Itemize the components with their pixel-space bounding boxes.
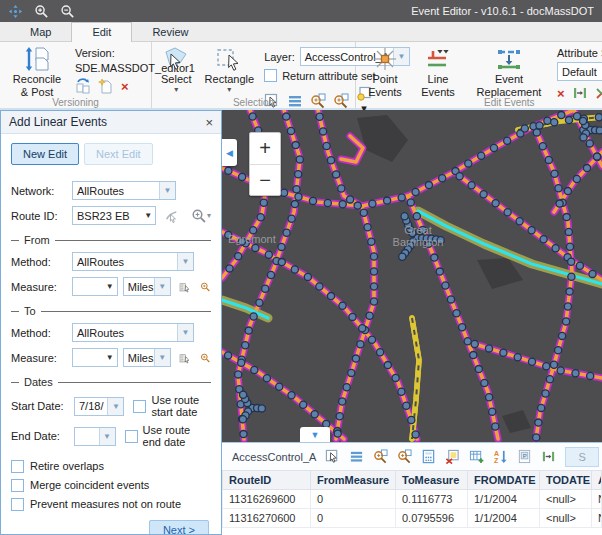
map-event-point[interactable] [566, 288, 573, 295]
map-event-point[interactable] [398, 194, 405, 201]
map-event-point[interactable] [399, 253, 406, 260]
use-route-start-date-checkbox[interactable] [133, 400, 146, 413]
table-add-record-icon[interactable] [469, 449, 484, 464]
map-event-point[interactable] [589, 270, 596, 277]
route-id-select[interactable]: BSR23 EB ▼ [72, 206, 156, 225]
column-header[interactable]: RouteID [223, 471, 311, 490]
rectangle-button[interactable]: Rectangle ▾ [202, 45, 258, 94]
map-event-point[interactable] [250, 313, 257, 320]
merge-coincident-events-checkbox[interactable] [11, 479, 24, 492]
map-event-point[interactable] [334, 430, 341, 437]
map-event-point[interactable] [251, 366, 258, 373]
map-event-point[interactable] [521, 125, 528, 132]
collapse-panel-button[interactable]: ◀ [222, 139, 237, 166]
map-event-point[interactable] [408, 416, 415, 423]
map-event-point[interactable] [339, 201, 346, 208]
map-event-point[interactable] [267, 271, 274, 278]
new-version-icon[interactable] [98, 78, 114, 94]
map-event-point[interactable] [278, 243, 285, 250]
map-event-point[interactable] [226, 265, 233, 272]
map-event-point[interactable] [339, 302, 346, 309]
map-event-point[interactable] [568, 258, 575, 265]
map-event-point[interactable] [465, 160, 472, 167]
map-event-point[interactable] [235, 371, 242, 378]
map-zoom-out-button[interactable]: − [250, 164, 280, 195]
to-method-select[interactable]: AllRoutes ▼ [72, 323, 194, 342]
map-event-point[interactable] [339, 398, 346, 405]
tab-edit[interactable]: Edit [71, 22, 132, 42]
map-event-point[interactable] [468, 182, 475, 189]
map-event-point[interactable] [295, 171, 302, 178]
retire-overlaps-checkbox[interactable] [11, 460, 24, 473]
map-event-point[interactable] [239, 173, 246, 180]
map-event-point[interactable] [596, 127, 602, 134]
map-event-point[interactable] [295, 193, 302, 200]
map-event-point[interactable] [348, 369, 355, 376]
table-show-records-icon[interactable] [349, 449, 364, 464]
table-calculate-icon[interactable] [421, 449, 436, 464]
map-event-point[interactable] [352, 355, 359, 362]
map-event-point[interactable] [566, 243, 573, 250]
map-event-point[interactable] [572, 370, 579, 377]
column-header[interactable]: TODATE [540, 471, 592, 490]
map-event-point[interactable] [576, 262, 583, 269]
map-event-point[interactable] [540, 236, 547, 243]
map-event-point[interactable] [586, 140, 593, 147]
map-event-point[interactable] [281, 189, 288, 196]
select-route-on-map-icon[interactable] [165, 208, 178, 224]
map-event-point[interactable] [292, 142, 299, 149]
map-event-point[interactable] [480, 191, 487, 198]
attribute-set-select[interactable]: Default ▼ [557, 62, 602, 81]
map-event-point[interactable] [384, 197, 391, 204]
to-measure-input[interactable]: ▼ [72, 348, 118, 367]
map-event-point[interactable] [500, 349, 507, 356]
map-event-point[interactable] [291, 201, 298, 208]
table-row[interactable]: 1131627060000.07955961/1/2004<null>N [223, 509, 602, 528]
map-event-point[interactable] [293, 186, 300, 193]
table-select-icon[interactable] [325, 449, 340, 464]
map-event-point[interactable] [504, 137, 511, 144]
map-event-point[interactable] [327, 157, 334, 164]
map-event-point[interactable] [320, 128, 327, 135]
map-event-point[interactable] [552, 245, 559, 252]
map-event-point[interactable] [514, 354, 521, 361]
map-event-point[interactable] [260, 199, 267, 206]
map-event-point[interactable] [262, 285, 269, 292]
from-method-select[interactable]: AllRoutes ▼ [72, 252, 194, 271]
from-measure-on-map-icon[interactable] [179, 279, 190, 295]
map-event-point[interactable] [436, 268, 443, 275]
map-event-point[interactable] [425, 182, 432, 189]
map-event-point[interactable] [240, 391, 247, 398]
delete-version-icon[interactable]: × [121, 80, 129, 93]
table-spacing-icon[interactable] [541, 449, 556, 464]
map-event-point[interactable] [369, 200, 376, 207]
map-event-point[interactable] [370, 268, 377, 275]
map-event-point[interactable] [257, 214, 264, 221]
map-event-point[interactable] [242, 342, 249, 349]
map-event-point[interactable] [447, 296, 454, 303]
map-event-point[interactable] [453, 310, 460, 317]
map-event-point[interactable] [564, 188, 571, 195]
map-event-point[interactable] [258, 405, 265, 412]
map-event-point[interactable] [238, 359, 245, 366]
map-event-point[interactable] [593, 153, 600, 160]
map-event-point[interactable] [370, 253, 377, 260]
zoom-in-icon[interactable] [34, 4, 49, 19]
map-event-point[interactable] [545, 156, 552, 163]
map-event-point[interactable] [384, 362, 391, 369]
to-units-select[interactable]: Miles ▼ [123, 348, 171, 367]
to-measure-on-map-icon[interactable] [179, 350, 190, 366]
map-event-point[interactable] [239, 416, 246, 423]
map-event-point[interactable] [252, 244, 259, 251]
table-pan-to-selection-icon[interactable] [397, 449, 412, 464]
save-button[interactable]: S [565, 447, 598, 467]
map-event-point[interactable] [370, 298, 377, 305]
map-event-point[interactable] [533, 434, 540, 441]
table-row[interactable]: 1131626960000.11167731/1/2004<null>N [223, 490, 602, 509]
map-event-point[interactable] [407, 199, 414, 206]
map-event-point[interactable] [580, 134, 587, 141]
map-event-point[interactable] [360, 209, 367, 216]
map-event-point[interactable] [401, 213, 408, 220]
from-zoom-to-measure-icon[interactable] [200, 279, 211, 295]
map-event-point[interactable] [536, 122, 543, 129]
